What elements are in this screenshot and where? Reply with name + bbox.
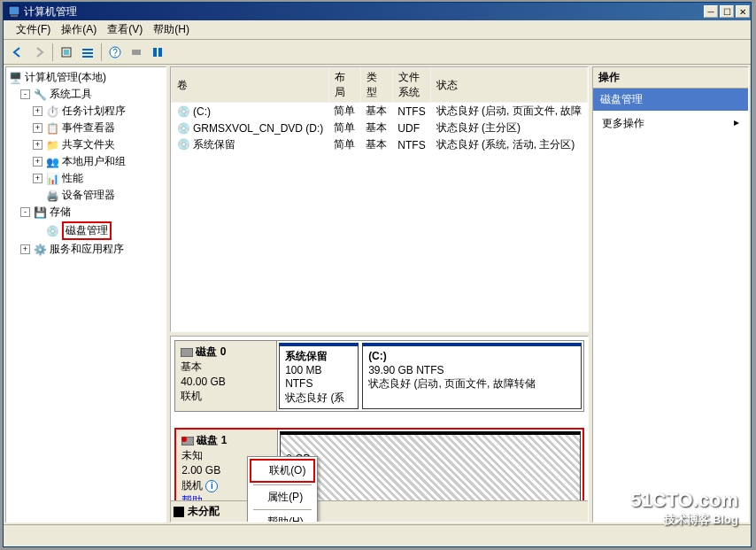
chevron-right-icon: ▸: [734, 116, 739, 131]
app-icon: [7, 4, 21, 19]
tree-disk-management[interactable]: 💿磁盘管理: [8, 221, 164, 241]
statusbar: [4, 524, 751, 542]
titlebar: 计算机管理 ─ ☐ ✕: [4, 3, 751, 20]
svg-rect-12: [181, 348, 193, 357]
svg-rect-3: [64, 50, 69, 55]
svg-rect-9: [132, 50, 141, 55]
volume-list[interactable]: 卷 布局 类型 文件系统 状态 💿 (C:)简单基本NTFS状态良好 (启动, …: [170, 66, 589, 332]
disk-1-unallocated[interactable]: 0 GB 配: [280, 431, 581, 509]
tree-panel[interactable]: 🖥️计算机管理(本地) -🔧系统工具 +⏱️任务计划程序 +📋事件查看器 +📁共…: [5, 66, 166, 523]
main-window: 计算机管理 ─ ☐ ✕ 文件(F) 操作(A) 查看(V) 帮助(H) ? 🖥️…: [3, 2, 752, 547]
tree-services-apps[interactable]: +⚙️服务和应用程序: [8, 241, 164, 258]
volume-row[interactable]: 💿 GRMSXVOL_CN_DVD (D:)简单基本UDF状态良好 (主分区): [172, 120, 588, 136]
volume-row[interactable]: 💿 系统保留简单基本NTFS状态良好 (系统, 活动, 主分区): [172, 136, 588, 153]
col-layout[interactable]: 布局: [328, 68, 360, 103]
disk-graphic-panel[interactable]: 磁盘 0 基本 40.00 GB 联机 系统保留 100 MB NTFS 状态良…: [170, 336, 589, 523]
volume-row[interactable]: 💿 (C:)简单基本NTFS状态良好 (启动, 页面文件, 故障: [172, 103, 588, 120]
col-status[interactable]: 状态: [431, 68, 588, 103]
legend: 未分配: [171, 500, 588, 522]
svg-point-14: [181, 437, 187, 442]
svg-rect-1: [11, 15, 18, 17]
tree-shared-folders[interactable]: +📁共享文件夹: [8, 136, 164, 153]
forward-button[interactable]: [29, 43, 49, 62]
tree-root[interactable]: 🖥️计算机管理(本地): [8, 69, 164, 86]
actions-panel: 操作 磁盘管理 更多操作▸: [592, 66, 749, 523]
tree-storage[interactable]: -💾存储: [8, 204, 164, 221]
main-panel: 卷 布局 类型 文件系统 状态 💿 (C:)简单基本NTFS状态良好 (启动, …: [170, 66, 589, 523]
menu-action[interactable]: 操作(A): [56, 20, 102, 39]
tree-event-viewer[interactable]: +📋事件查看器: [8, 120, 164, 136]
col-fs[interactable]: 文件系统: [392, 68, 430, 103]
svg-rect-4: [82, 49, 93, 50]
actions-header: 操作: [593, 67, 748, 89]
tree-device-manager[interactable]: 🖨️设备管理器: [8, 187, 164, 204]
svg-rect-5: [82, 52, 93, 54]
tool-button-1[interactable]: [127, 43, 146, 62]
svg-rect-6: [82, 56, 93, 58]
disk-0[interactable]: 磁盘 0 基本 40.00 GB 联机 系统保留 100 MB NTFS 状态良…: [174, 340, 584, 412]
ctx-properties[interactable]: 属性(P): [250, 487, 315, 507]
svg-rect-0: [9, 6, 19, 15]
menu-file[interactable]: 文件(F): [11, 20, 56, 39]
tree-performance[interactable]: +📊性能: [8, 170, 164, 187]
minimize-button[interactable]: ─: [704, 5, 718, 18]
tree-task-scheduler[interactable]: +⏱️任务计划程序: [8, 103, 164, 120]
svg-rect-11: [158, 48, 162, 57]
info-icon[interactable]: i: [205, 480, 218, 492]
menu-help[interactable]: 帮助(H): [148, 20, 195, 39]
col-volume[interactable]: 卷: [172, 68, 329, 103]
help-button[interactable]: ?: [105, 43, 125, 62]
view-button[interactable]: [78, 43, 97, 62]
disk-0-partition-2[interactable]: (C:) 39.90 GB NTFS 状态良好 (启动, 页面文件, 故障转储: [362, 343, 582, 409]
actions-disk-mgmt[interactable]: 磁盘管理: [593, 89, 748, 111]
back-button[interactable]: [8, 43, 27, 62]
menu-view[interactable]: 查看(V): [102, 20, 148, 39]
actions-more[interactable]: 更多操作▸: [593, 111, 748, 136]
refresh-button[interactable]: [57, 43, 76, 62]
svg-text:?: ?: [112, 48, 118, 58]
ctx-help[interactable]: 帮助(H): [250, 512, 315, 523]
col-type[interactable]: 类型: [360, 68, 392, 103]
svg-rect-10: [153, 48, 157, 57]
ctx-online[interactable]: 联机(O): [250, 459, 315, 483]
tree-local-users[interactable]: +👥本地用户和组: [8, 153, 164, 170]
menubar: 文件(F) 操作(A) 查看(V) 帮助(H): [4, 20, 751, 40]
disk-0-header: 磁盘 0 基本 40.00 GB 联机: [175, 341, 277, 411]
toolbar: ?: [4, 40, 751, 65]
close-button[interactable]: ✕: [736, 5, 750, 18]
context-menu: 联机(O) 属性(P) 帮助(H): [247, 456, 318, 523]
disk-0-partition-1[interactable]: 系统保留 100 MB NTFS 状态良好 (系: [279, 343, 359, 409]
maximize-button[interactable]: ☐: [720, 5, 734, 18]
tree-system-tools[interactable]: -🔧系统工具: [8, 86, 164, 103]
window-title: 计算机管理: [24, 4, 703, 19]
tool-button-2[interactable]: [148, 43, 167, 62]
